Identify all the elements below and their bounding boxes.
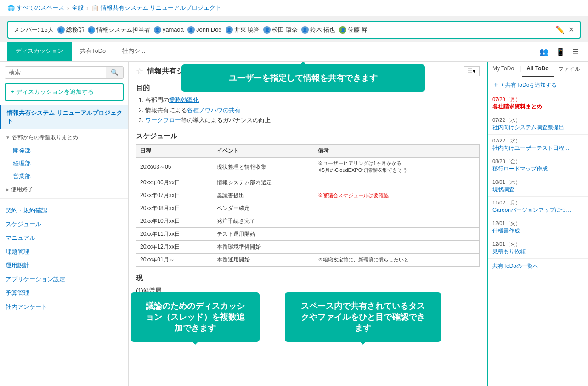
group-icon: 👥 [57,26,65,34]
person-icon-2: 👤 [187,26,195,34]
breadcrumb-all-spaces[interactable]: 🌐 すべてのスペース [7,4,64,12]
sidebar-item-budget[interactable]: 予算管理 [0,286,128,300]
sidebar-item-app-settings[interactable]: アプリケーション設定 [0,272,128,286]
content-actions: ☰▾ [464,66,480,76]
purpose-list: 各部門の業務効率化 情報共有による各種ノウハウの共有 ワークフロー等の導入による… [136,96,480,125]
todo-title[interactable]: 社内向けユーザーテスト日程… [492,144,583,152]
sidebar-item-contracts[interactable]: 契約・規約確認 [0,204,128,217]
star-icon[interactable]: ☆ [136,66,143,76]
triangle-right-icon: ▶ [6,187,9,192]
breadcrumb-project[interactable]: 📋 情報共有システム リニューアルプロジェクト [91,4,222,12]
plus-icon: ＋ [492,81,499,89]
left-sidebar: 🔍 + ディスカッションを追加する 情報共有システム リニューアルプロジェクト … [0,62,129,386]
triangle-down-icon: ▼ [6,135,10,140]
member-suzuki[interactable]: 👤 鈴木 拓也 [301,26,336,34]
list-item: 08/28（金） 移行ロードマップ作成 [488,155,588,176]
member-johndoe[interactable]: 👤 John Doe [187,26,222,34]
search-button[interactable]: 🔍 [106,67,123,78]
member-ito[interactable]: 👤 井東 暁誉 [226,26,260,34]
view-grid-button[interactable]: 📱 [554,45,567,58]
table-row: 20xx/03～05 現状整理と情報収集 ※ユーザーヒアリングは1ヶ月かかる※5… [136,158,480,176]
person-icon-6: 👤 [339,26,346,34]
schedule-header-date: 日程 [136,145,213,158]
right-tab-files[interactable]: ファイル [554,62,585,77]
breadcrumb-general[interactable]: 全般 [72,4,84,12]
schedule-table: 日程 イベント 備考 20xx/03～05 現状整理と情報収集 ※ユーザーヒアリ… [136,144,480,267]
view-all-todos-link[interactable]: 共有ToDoの一覧へ [488,259,588,274]
edit-members-button[interactable]: ✏️ [555,25,565,34]
list-item: 11/02（月） Garoonバージョンアップにつ… [488,197,588,217]
members-label: メンバー: 16人 [14,26,54,34]
breadcrumb-sep1: › [67,5,69,11]
view-list-button[interactable]: ☰ [571,45,581,58]
list-item: 12/01（火） 仕様書作成 [488,217,588,238]
member-yamada[interactable]: 👤 yamada [154,26,184,34]
todo-title[interactable]: 仕様書作成 [492,227,583,235]
todo-title[interactable]: 社内向けシステム調査票提出 [492,124,583,131]
sidebar-item-survey[interactable]: 社内アンケート [0,300,128,314]
todo-title[interactable]: Garoonバージョンアップにつ… [492,206,583,214]
sidebar-item-dev[interactable]: 開発部 [0,144,128,157]
list-item: 10/01（木） 現状調査 [488,176,588,197]
globe-icon: 🌐 [7,5,15,11]
todo-title[interactable]: 移行ロードマップ作成 [492,165,583,173]
tab-internal-sys[interactable]: 社内シ... [114,42,153,61]
table-row: 20xx年06月xx日 情報システム部内選定 [136,176,480,189]
schedule-header-event: イベント [213,145,314,158]
search-input[interactable] [5,67,106,78]
table-row: 20xx年12月xx日 本番環境準備開始 [136,241,480,254]
sidebar-project-item[interactable]: 情報共有システム リニューアルプロジェクト [0,105,128,129]
right-tab-all-todo[interactable]: All ToDo [522,62,553,77]
view-members-button[interactable]: 👥 [537,45,550,58]
table-row: 20xx年08月xx日 ベンダー確定 [136,202,480,215]
sidebar-item-sales[interactable]: 営業部 [0,170,128,183]
schedule-header-note: 備考 [314,145,479,158]
members-content: メンバー: 16人 👥 総務部 👥 情報システム担当者 👤 yamada 👤 J… [14,26,368,34]
members-bar: メンバー: 16人 👥 総務部 👥 情報システム担当者 👤 yamada 👤 J… [7,21,581,39]
todo-title[interactable]: 現状調査 [492,186,583,193]
project-icon: 📋 [91,5,99,11]
sidebar-section-retired[interactable]: ▶ 使用終了 [0,183,128,196]
current-section: 現 [136,274,480,283]
table-row: 20xx年01月～ 本番運用開始 ※組織改定前に、新環境に慣らしたいと... [136,254,480,267]
right-tab-my-todo[interactable]: My ToDo [488,62,519,77]
add-shared-todo-button[interactable]: ＋ + 共有ToDoを追加する [488,77,588,93]
members-actions: ✏️ ✕ [555,25,574,34]
tab-discussion[interactable]: ディスカッション [7,42,72,61]
member-joho[interactable]: 👥 情報システム担当者 [88,26,150,34]
todo-title[interactable]: 各社請求資料まとめ [492,103,583,111]
person-icon-5: 👤 [301,26,309,34]
table-row: 20xx年10月xx日 発注手続き完了 [136,215,480,228]
todo-title[interactable]: 見積もり依頼 [492,248,583,255]
person-icon-1: 👤 [154,26,161,34]
list-item: 07/22（水） 社内向けユーザーテスト日程… [488,135,588,155]
sidebar-item-issues[interactable]: 課題管理 [0,245,128,259]
person-icon-3: 👤 [226,26,233,34]
search-box: 🔍 [5,66,124,79]
table-row: 20xx年11月xx日 テスト運用開始 [136,228,480,241]
sidebar-item-accounting[interactable]: 経理部 [0,157,128,170]
person-icon-4: 👤 [263,26,271,34]
add-discussion-button[interactable]: + ディスカッションを追加する [5,83,124,101]
todo-list: 07/20（月） 各社請求資料まとめ 07/22（水） 社内向けシステム調査票提… [488,93,588,259]
sidebar-item-manual[interactable]: マニュアル [0,231,128,245]
member-sato[interactable]: 👤 佐藤 昇 [339,26,368,34]
tooltip-shared-tasks: スペース内で共有されているタスクやファイルをひと目で確認できます [285,292,441,342]
breadcrumb: 🌐 すべてのスペース › 全般 › 📋 情報共有システム リニューアルプロジェク… [0,0,588,16]
group-icon-2: 👥 [88,26,95,34]
tooltip-user-share: ユーザーを指定して情報を共有できます [181,64,425,92]
sidebar-item-operations[interactable]: 運用設計 [0,259,128,272]
member-somubu[interactable]: 👥 総務部 [57,26,84,34]
sidebar-section-hopes[interactable]: ▼ 各部からの希望取りまとめ [0,131,128,144]
list-item: 12/01（火） 見積もり依頼 [488,238,588,259]
list-item: 07/20（月） 各社請求資料まとめ [488,93,588,114]
close-members-button[interactable]: ✕ [568,25,574,34]
tab-shared-todo[interactable]: 共有ToDo [72,42,114,61]
list-view-button[interactable]: ☰▾ [464,66,480,76]
tab-bar: ディスカッション 共有ToDo 社内シ... 👥 📱 ☰ [0,42,588,62]
tab-separator: | [519,62,522,77]
member-matsuda[interactable]: 👤 松田 環奈 [263,26,298,34]
schedule-section-title: スケジュール [136,132,480,141]
sidebar-item-schedule[interactable]: スケジュール [0,217,128,231]
tab-icons: 👥 📱 ☰ [537,45,581,58]
